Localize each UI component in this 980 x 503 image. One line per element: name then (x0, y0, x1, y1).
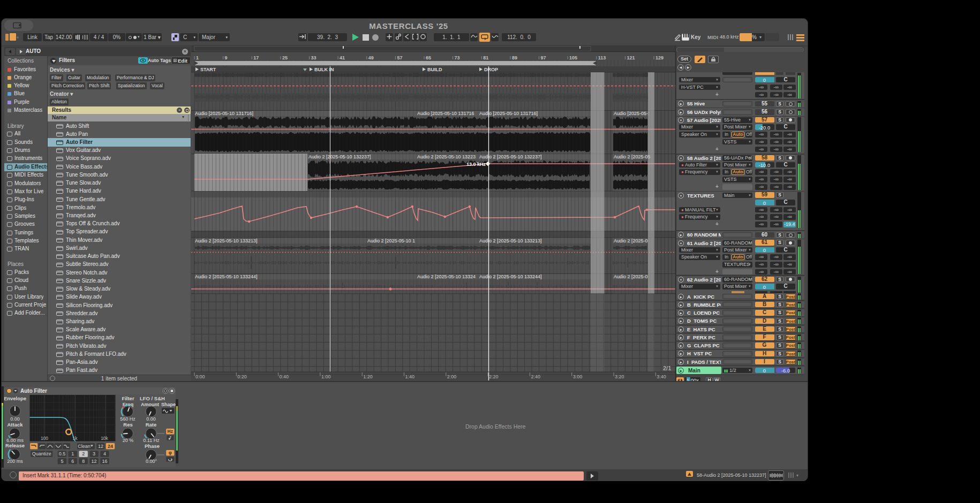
svg-text:Audio 2 [2025-0: Audio 2 [2025-0 (614, 274, 648, 279)
svg-text:12: 12 (98, 444, 103, 449)
svg-text:97: 97 (541, 55, 546, 60)
svg-text:BUILD: BUILD (427, 67, 442, 72)
svg-text:φ: φ (169, 450, 172, 455)
svg-text:Attack: Attack (7, 422, 23, 428)
svg-text:1: 1 (71, 451, 74, 456)
svg-text:LFO / S&H: LFO / S&H (140, 395, 165, 401)
svg-text:START: START (200, 67, 216, 72)
svg-text:3:00: 3:00 (573, 374, 583, 379)
svg-text:129: 129 (655, 55, 664, 60)
svg-text:Audio 2 [2025-05-10 13223: Audio 2 [2025-05-10 13223 (417, 154, 476, 159)
svg-text:Phase: Phase (145, 443, 160, 449)
svg-text:Audio 2 [2025-05-10 13324: Audio 2 [2025-05-10 13324 (417, 274, 476, 279)
svg-text:33: 33 (311, 55, 316, 60)
svg-text:Audio 2 [2025-05-10 1: Audio 2 [2025-05-10 1 (367, 238, 415, 243)
svg-text:12: 12 (92, 459, 97, 464)
svg-text:0:20: 0:20 (237, 374, 247, 379)
svg-text:6: 6 (71, 459, 74, 464)
svg-text:121: 121 (627, 55, 635, 60)
svg-text:17: 17 (253, 55, 259, 60)
svg-text:Hz: Hz (168, 429, 173, 434)
svg-text:3:20: 3:20 (615, 374, 624, 379)
svg-text:2:20: 2:20 (489, 374, 499, 379)
svg-text:1k: 1k (73, 436, 78, 441)
svg-text:81: 81 (483, 55, 488, 60)
svg-text:0.11 Hz: 0.11 Hz (143, 438, 160, 443)
svg-text:5: 5 (61, 459, 63, 464)
svg-text:89: 89 (512, 55, 517, 60)
svg-text:0:00: 0:00 (195, 374, 205, 379)
svg-text:Rate: Rate (146, 422, 157, 428)
svg-text:0.00°: 0.00° (146, 459, 157, 464)
svg-text:41: 41 (340, 55, 345, 60)
svg-text:16: 16 (102, 459, 107, 464)
svg-text:Envelope: Envelope (4, 395, 26, 401)
svg-text:Quantize: Quantize (32, 451, 51, 456)
svg-text:Clean: Clean (78, 444, 91, 449)
svg-text:13.0 kHz: 13.0 kHz (466, 162, 486, 167)
svg-text:105: 105 (569, 55, 577, 60)
svg-text:Audio 2 [2025-05-10 132237]: Audio 2 [2025-05-10 132237] (308, 154, 371, 159)
svg-text:3:40: 3:40 (657, 374, 666, 379)
svg-text:9: 9 (225, 55, 228, 60)
svg-text:10k: 10k (101, 436, 108, 441)
svg-text:8: 8 (82, 459, 85, 464)
svg-text:Audio 2 [2025-05: Audio 2 [2025-05 (614, 154, 651, 159)
svg-text:DROP: DROP (484, 67, 498, 72)
svg-text:113: 113 (598, 55, 606, 60)
svg-text:25: 25 (282, 55, 288, 60)
svg-text:4: 4 (103, 451, 106, 456)
svg-text:Audio [2025-05-10 131716]: Audio [2025-05-10 131716] (479, 111, 538, 116)
svg-text:49: 49 (368, 55, 374, 60)
svg-text:73: 73 (455, 55, 460, 60)
svg-text:Audio 2 [2025-0: Audio 2 [2025-0 (614, 238, 648, 243)
svg-text:Shape: Shape (161, 402, 176, 407)
svg-text:0.00: 0.00 (10, 416, 20, 422)
svg-text:560 Hz: 560 Hz (120, 416, 135, 422)
svg-text:20 %: 20 % (123, 438, 134, 443)
svg-text:1:40: 1:40 (405, 374, 415, 379)
svg-text:2:40: 2:40 (531, 374, 540, 379)
svg-text:1:20: 1:20 (363, 374, 373, 379)
svg-text:Release: Release (5, 443, 25, 448)
svg-text:Audio [2025-05-:: Audio [2025-05-: (614, 111, 650, 116)
svg-text:0.00: 0.00 (146, 416, 156, 422)
svg-text:Res: Res (123, 422, 132, 428)
svg-text:3: 3 (93, 451, 95, 456)
svg-text:57: 57 (397, 55, 402, 60)
svg-text:0:40: 0:40 (280, 374, 289, 379)
svg-text:200 ms: 200 ms (7, 459, 23, 464)
svg-text:BULK IN: BULK IN (314, 67, 334, 72)
svg-text:1: 1 (196, 55, 199, 60)
svg-text:2/1: 2/1 (663, 365, 671, 371)
svg-text:Filter: Filter (122, 395, 134, 401)
svg-text:2:00: 2:00 (447, 374, 457, 379)
svg-text:65: 65 (426, 55, 431, 60)
svg-text:100: 100 (41, 436, 48, 441)
svg-text:0.5: 0.5 (59, 451, 66, 456)
svg-text:2: 2 (82, 451, 85, 456)
svg-text:1:00: 1:00 (321, 374, 331, 379)
svg-text:Auto Filter: Auto Filter (20, 388, 47, 394)
svg-text:24: 24 (108, 444, 113, 449)
